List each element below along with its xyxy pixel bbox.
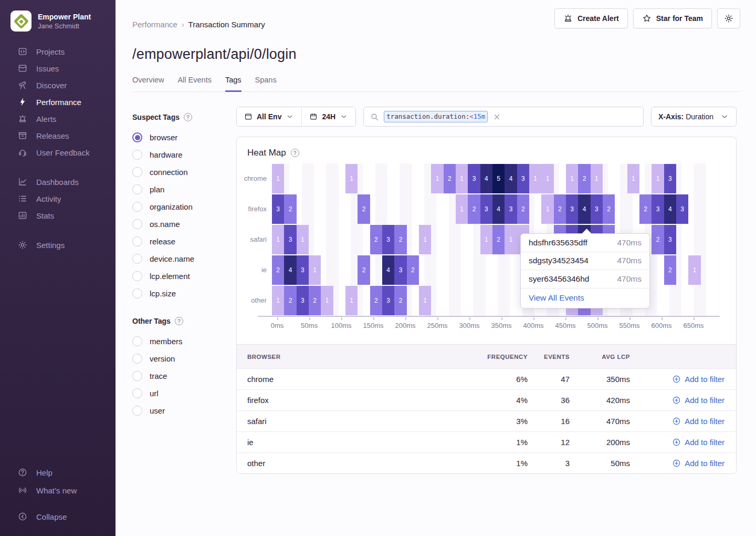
heatmap-cell[interactable]: 1 [541,194,553,224]
heatmap-cell[interactable]: 3 [652,194,664,224]
heatmap-cell[interactable]: 2 [652,225,664,254]
heatmap-cell[interactable]: 1 [652,164,664,193]
heatmap-cell[interactable]: 3 [382,286,394,315]
heatmap-cell[interactable]: 1 [566,164,578,193]
tag-option-hardware[interactable]: hardware [132,146,220,163]
heatmap-cell[interactable]: 1 [309,255,321,285]
heatmap-cell[interactable]: 3 [664,225,676,254]
radio-os-name[interactable] [132,219,142,229]
heatmap-cell[interactable]: 1 [419,286,431,315]
sidebar-item-projects[interactable]: Projects [0,43,116,60]
heatmap-cell[interactable]: 2 [603,194,615,224]
tag-option-url[interactable]: url [132,385,220,402]
create-alert-button[interactable]: Create Alert [554,8,628,28]
heatmap-cell[interactable]: 5 [492,164,505,193]
heatmap-cell[interactable]: 2 [272,255,284,285]
org-header[interactable]: Empower Plant Jane Schmidt [0,0,116,32]
heatmap-cell[interactable]: 4 [480,164,492,193]
sidebar-item-alerts[interactable]: Alerts [0,110,116,127]
radio-connection[interactable] [132,167,142,177]
time-range-selector[interactable]: 24H [301,107,355,126]
heatmap-cell[interactable]: 2 [578,164,590,193]
tab-overview[interactable]: Overview [132,76,164,92]
heatmap-cell[interactable]: 3 [272,194,284,224]
heatmap-cell[interactable]: 1 [419,225,431,254]
heatmap-cell[interactable]: 2 [309,286,321,315]
heatmap-cell[interactable]: 2 [492,225,505,254]
radio-device-name[interactable] [132,254,142,264]
heatmap-cell[interactable]: 1 [627,164,639,193]
heatmap-cell[interactable]: 2 [639,194,652,224]
heatmap-cell[interactable]: 2 [664,255,676,285]
tag-option-device-name[interactable]: device.name [132,250,220,267]
tooltip-event-row[interactable]: sdgsty34523454470ms [521,252,649,271]
tag-option-browser[interactable]: browser [132,129,220,146]
heatmap-cell[interactable]: 3 [394,255,406,285]
heatmap-cell[interactable]: 4 [382,255,394,285]
tag-option-user[interactable]: user [132,402,220,419]
tag-option-members[interactable]: members [132,333,220,350]
heatmap-cell[interactable]: 2 [358,194,370,224]
radio-members[interactable] [132,336,142,346]
heatmap-cell[interactable]: 2 [358,255,370,285]
heatmap-cell[interactable]: 3 [284,225,296,254]
help-icon[interactable]: ? [291,149,299,157]
heatmap-cell[interactable]: 2 [394,286,406,315]
sidebar-footer-item-collapse[interactable]: Collapse [0,508,116,525]
heatmap-cell[interactable]: 2 [554,194,566,224]
sidebar-item-user-feedback[interactable]: User Feedback [0,144,116,161]
view-all-events-link[interactable]: View All Events [521,288,649,308]
heatmap-cell[interactable]: 1 [505,225,517,254]
heatmap-cell[interactable]: 3 [382,225,394,254]
add-to-filter-button[interactable]: Add to filter [630,417,724,426]
heatmap-cell[interactable]: 3 [297,286,309,315]
heatmap-cell[interactable]: 2 [517,194,529,224]
sidebar-footer-item-help[interactable]: Help [0,463,116,481]
tag-option-trace[interactable]: trace [132,367,220,385]
radio-plan[interactable] [132,184,142,194]
tag-option-connection[interactable]: connection [132,163,220,181]
sidebar-item-stats[interactable]: Stats [0,207,116,224]
sidebar-item-releases[interactable]: Releases [0,127,116,144]
heatmap-cell[interactable]: 1 [480,225,492,254]
heatmap-cell[interactable]: 3 [676,194,688,224]
heatmap-cell[interactable]: 1 [456,194,468,224]
heatmap-cell[interactable]: 1 [456,164,468,193]
sidebar-item-activity[interactable]: Activity [0,190,116,207]
radio-lcp-size[interactable] [132,288,142,298]
add-to-filter-button[interactable]: Add to filter [630,375,724,384]
tag-option-organization[interactable]: organization [132,198,220,215]
environment-selector[interactable]: All Env [237,107,301,126]
heatmap-cell[interactable]: 2 [407,255,419,285]
tag-option-release[interactable]: release [132,233,220,250]
add-to-filter-button[interactable]: Add to filter [630,459,724,468]
tab-spans[interactable]: Spans [255,76,277,92]
heatmap-cell[interactable]: 3 [591,194,603,224]
heatmap-cell[interactable]: 3 [505,194,517,224]
heatmap-cell[interactable]: 2 [394,225,406,254]
radio-release[interactable] [132,236,142,246]
heatmap-cell[interactable]: 1 [431,164,443,193]
add-to-filter-button[interactable]: Add to filter [630,396,724,405]
x-axis-selector[interactable]: X-Axis: Duration [651,107,737,127]
heatmap-cell[interactable]: 2 [468,194,480,224]
heatmap-cell[interactable]: 1 [541,164,553,193]
heatmap-cell[interactable]: 1 [272,286,284,315]
radio-trace[interactable] [132,371,142,381]
search-input[interactable]: transaction.duration:<15m [363,107,644,127]
heatmap-cell[interactable]: 2 [284,286,296,315]
radio-user[interactable] [132,406,142,416]
radio-hardware[interactable] [132,150,142,160]
sidebar-item-performance[interactable]: Performance [0,94,116,110]
sidebar-item-issues[interactable]: Issues [0,60,116,77]
add-to-filter-button[interactable]: Add to filter [630,438,724,447]
tab-all-events[interactable]: All Events [177,76,211,92]
radio-browser[interactable] [132,132,142,142]
radio-organization[interactable] [132,202,142,212]
heatmap-cell[interactable]: 2 [444,164,456,193]
help-icon[interactable]: ? [184,113,192,121]
help-icon[interactable]: ? [175,317,183,325]
heatmap-cell[interactable]: 3 [480,194,492,224]
tag-option-lcp-element[interactable]: lcp.element [132,267,220,285]
heatmap-cell[interactable]: 1 [272,225,284,254]
